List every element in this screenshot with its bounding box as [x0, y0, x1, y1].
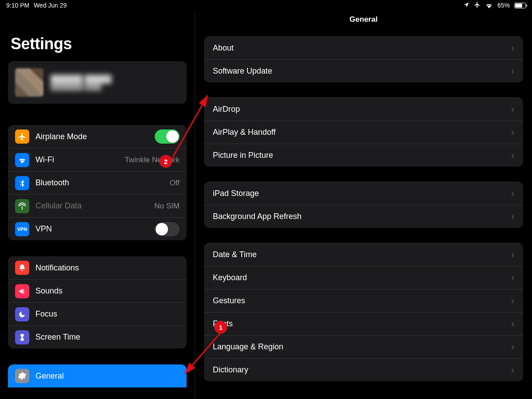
screentime-icon — [15, 330, 29, 344]
sidebar-item-screentime[interactable]: Screen Time — [8, 325, 187, 348]
location-icon — [463, 2, 469, 9]
row-label: AirPlay & Handoff — [213, 128, 508, 137]
sidebar-item-focus[interactable]: Focus — [8, 302, 187, 325]
sidebar-item-label: VPN — [35, 224, 149, 234]
sidebar-item-label: Cellular Data — [35, 201, 148, 211]
notifications-icon — [15, 261, 29, 275]
general-group-3: iPad Storage › Background App Refresh › — [204, 182, 523, 228]
general-group-4: Date & Time › Keyboard › Gestures › Font… — [204, 243, 523, 381]
sidebar-item-vpn[interactable]: VPN VPN — [8, 217, 187, 240]
row-pip[interactable]: Picture in Picture › — [204, 144, 523, 167]
chevron-right-icon: › — [511, 365, 514, 375]
content-title: General — [195, 11, 532, 36]
annotation-dot-2: 2 — [160, 155, 172, 168]
row-label: Language & Region — [213, 342, 508, 352]
row-label: Software Update — [213, 66, 508, 76]
account-name: ██████ █████ — [51, 75, 111, 84]
row-software-update[interactable]: Software Update › — [204, 59, 523, 82]
airplane-toggle[interactable] — [155, 129, 180, 144]
battery-icon — [514, 3, 526, 8]
row-label: iPad Storage — [213, 189, 508, 198]
sidebar-group-connectivity: Airplane Mode Wi-Fi Twinkle Network Blue… — [8, 125, 187, 240]
status-date: Wed Jun 29 — [34, 2, 66, 9]
sidebar-item-general[interactable]: General — [8, 364, 187, 387]
row-label: Background App Refresh — [213, 212, 508, 221]
row-label: Picture in Picture — [213, 151, 508, 160]
chevron-right-icon: › — [511, 273, 514, 283]
sidebar-item-label: Focus — [35, 309, 180, 319]
row-datetime[interactable]: Date & Time › — [204, 243, 523, 266]
vpn-icon: VPN — [15, 222, 29, 236]
chevron-right-icon: › — [511, 319, 514, 329]
chevron-right-icon: › — [511, 250, 514, 260]
status-time: 9:10 PM — [6, 2, 29, 9]
sidebar-item-label: Sounds — [35, 286, 180, 296]
sidebar-item-label: Notifications — [35, 263, 180, 273]
row-label: Date & Time — [213, 250, 508, 259]
chevron-right-icon: › — [511, 151, 514, 160]
content-pane: General About › Software Update › AirDro… — [195, 11, 532, 399]
sidebar-group-alerts: Notifications Sounds Focus Screen Time — [8, 256, 187, 348]
row-bg-app-refresh[interactable]: Background App Refresh › — [204, 205, 523, 228]
row-about[interactable]: About › — [204, 36, 523, 59]
page-title: Settings — [11, 35, 187, 53]
row-keyboard[interactable]: Keyboard › — [204, 266, 523, 289]
row-lang-region[interactable]: Language & Region › — [204, 335, 523, 358]
cellular-icon — [15, 199, 29, 213]
row-airplay[interactable]: AirPlay & Handoff › — [204, 121, 523, 144]
chevron-right-icon: › — [511, 189, 514, 199]
row-dictionary[interactable]: Dictionary › — [204, 358, 523, 381]
account-card[interactable]: ██████ █████ ████████ ████ — [8, 61, 187, 104]
row-label: About — [213, 43, 508, 53]
vpn-toggle[interactable] — [155, 222, 180, 236]
status-bar: 9:10 PM Wed Jun 29 65% — [0, 0, 532, 11]
bluetooth-status: Off — [170, 179, 180, 188]
sidebar-group-general: General — [8, 364, 187, 387]
airplane-icon — [474, 1, 481, 9]
row-storage[interactable]: iPad Storage › — [204, 182, 523, 205]
account-sub: ████████ ████ — [51, 84, 111, 90]
row-gestures[interactable]: Gestures › — [204, 289, 523, 312]
chevron-right-icon: › — [511, 128, 514, 137]
bluetooth-icon — [15, 176, 29, 190]
row-label: Fonts — [213, 319, 508, 329]
battery-percent: 65% — [497, 2, 510, 9]
row-label: Gestures — [213, 296, 508, 305]
chevron-right-icon: › — [511, 342, 514, 352]
sidebar-item-sounds[interactable]: Sounds — [8, 279, 187, 302]
airplane-mode-icon — [15, 129, 29, 144]
gear-icon — [15, 369, 29, 383]
row-airdrop[interactable]: AirDrop › — [204, 98, 523, 121]
sidebar-item-bluetooth[interactable]: Bluetooth Off — [8, 171, 187, 194]
annotation-dot-label: 2 — [164, 158, 168, 165]
sidebar-item-airplane[interactable]: Airplane Mode — [8, 125, 187, 148]
chevron-right-icon: › — [511, 296, 514, 306]
sounds-icon — [15, 284, 29, 298]
annotation-dot-1: 1 — [215, 321, 227, 333]
cellular-status: No SIM — [154, 202, 180, 211]
avatar — [15, 68, 43, 97]
row-label: Dictionary — [213, 365, 508, 375]
annotation-dot-label: 1 — [219, 324, 223, 331]
focus-icon — [15, 307, 29, 321]
sidebar-item-label: General — [35, 372, 180, 381]
chevron-right-icon: › — [511, 43, 514, 53]
sidebar-item-label: Wi-Fi — [35, 155, 118, 164]
chevron-right-icon: › — [511, 66, 514, 76]
sidebar-item-cellular[interactable]: Cellular Data No SIM — [8, 194, 187, 217]
account-name-block: ██████ █████ ████████ ████ — [51, 75, 111, 90]
row-fonts[interactable]: Fonts › — [204, 312, 523, 335]
chevron-right-icon: › — [511, 105, 514, 114]
general-group-1: About › Software Update › — [204, 36, 523, 82]
general-group-2: AirDrop › AirPlay & Handoff › Picture in… — [204, 98, 523, 167]
wifi-settings-icon — [15, 153, 29, 167]
sidebar: Settings ██████ █████ ████████ ████ Airp… — [0, 11, 195, 399]
wifi-icon — [485, 2, 493, 10]
sidebar-item-label: Screen Time — [35, 332, 180, 342]
sidebar-item-label: Airplane Mode — [35, 132, 149, 141]
row-label: Keyboard — [213, 273, 508, 282]
chevron-right-icon: › — [511, 212, 514, 222]
row-label: AirDrop — [213, 105, 508, 114]
sidebar-item-label: Bluetooth — [35, 178, 164, 188]
sidebar-item-notifications[interactable]: Notifications — [8, 256, 187, 279]
